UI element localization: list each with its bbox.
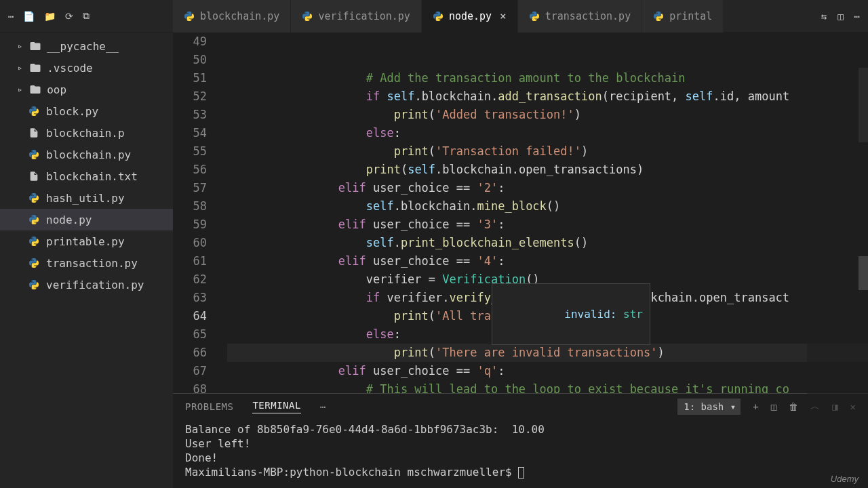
file-explorer[interactable]: ▹__pycache__▹.vscode▹oopblock.pyblockcha… <box>0 33 173 488</box>
line-number: 51 <box>173 69 207 87</box>
folder-label: oop <box>47 83 66 96</box>
python-icon <box>653 11 664 22</box>
line-number: 66 <box>173 344 207 362</box>
folder-.vscode[interactable]: ▹.vscode <box>0 57 173 79</box>
code-line[interactable]: self.blockchain.mine_block() <box>227 197 868 216</box>
kill-terminal-icon[interactable]: 🗑 <box>789 401 798 412</box>
editor-actions: ⇆ ◫ ⋯ <box>813 11 868 22</box>
tab-label: verification.py <box>318 10 410 22</box>
split-icon[interactable]: ◫ <box>837 11 843 22</box>
code-line[interactable]: elif user_choice == '2': <box>227 179 868 197</box>
folder-oop[interactable]: ▹oop <box>0 79 173 100</box>
tab-node-py[interactable]: node.py× <box>422 0 518 33</box>
chevron-right-icon: ▹ <box>18 63 22 73</box>
file-block-py[interactable]: block.py <box>0 100 173 122</box>
code-line[interactable]: print('There are invalid transactions') <box>227 344 868 362</box>
python-icon <box>28 236 41 247</box>
tab-label: node.py <box>449 10 492 22</box>
tab-terminal[interactable]: TERMINAL <box>252 400 300 413</box>
panel-tabs: PROBLEMS TERMINAL ⋯ 1: bash + ◫ 🗑 ︿ ◨ ✕ <box>173 394 868 420</box>
line-number: 67 <box>173 362 207 380</box>
more-actions-icon[interactable]: ⋯ <box>854 11 860 22</box>
file-label: printable.py <box>46 235 125 248</box>
folder-label: .vscode <box>47 62 92 75</box>
tab-verification-py[interactable]: verification.py <box>291 0 421 33</box>
python-icon <box>28 214 41 225</box>
line-number: 68 <box>173 380 207 393</box>
code-line[interactable]: if self.blockchain.add_transaction(recip… <box>227 87 868 106</box>
bottom-panel: PROBLEMS TERMINAL ⋯ 1: bash + ◫ 🗑 ︿ ◨ ✕ … <box>173 393 868 488</box>
file-verification-py[interactable]: verification.py <box>0 274 173 296</box>
code-line[interactable]: elif user_choice == 'q': <box>227 362 868 380</box>
close-icon[interactable]: × <box>500 9 507 22</box>
file-transaction-py[interactable]: transaction.py <box>0 252 173 274</box>
code-content[interactable]: # Add the transaction amount to the bloc… <box>220 33 868 393</box>
refresh-icon[interactable]: ⟳ <box>65 11 73 22</box>
code-line[interactable]: print('Transaction failed!') <box>227 142 868 161</box>
main-area: ▹__pycache__▹.vscode▹oopblock.pyblockcha… <box>0 33 868 488</box>
file-icon <box>28 127 41 138</box>
tab-label: blockchain.py <box>200 10 279 22</box>
line-number: 63 <box>173 289 207 307</box>
code-line[interactable]: else: <box>227 124 868 142</box>
scrollbar-thumb[interactable] <box>859 256 868 290</box>
file-label: blockchain.py <box>46 148 131 161</box>
line-number: 60 <box>173 234 207 252</box>
new-terminal-icon[interactable]: + <box>753 401 758 412</box>
code-line[interactable]: self.print_blockchain_elements() <box>227 234 868 252</box>
tab-problems[interactable]: PROBLEMS <box>185 401 233 412</box>
file-printable-py[interactable]: printable.py <box>0 230 173 252</box>
terminal-output[interactable]: Balance of 8b850fa9-76e0-44d4-8a6d-1bbf9… <box>173 420 868 488</box>
code-line[interactable]: # This will lead to the loop to exist be… <box>227 380 868 393</box>
line-number: 49 <box>173 33 207 51</box>
folder-label: __pycache__ <box>47 40 119 53</box>
tab-blockchain-py[interactable]: blockchain.py <box>173 0 291 33</box>
split-terminal-icon[interactable]: ◫ <box>771 401 776 412</box>
tab-label: transaction.py <box>545 10 631 22</box>
code-line[interactable]: # Add the transaction amount to the bloc… <box>227 69 868 87</box>
new-folder-icon[interactable]: 📁 <box>44 11 56 22</box>
tooltip-type: str <box>623 308 643 321</box>
terminal-selector[interactable]: 1: bash <box>677 399 741 415</box>
python-icon <box>433 11 443 22</box>
tab-transaction-py[interactable]: transaction.py <box>518 0 642 33</box>
code-line[interactable]: print('Added transaction!') <box>227 106 868 124</box>
line-number: 57 <box>173 179 207 197</box>
collapse-icon[interactable]: ⧉ <box>83 10 90 22</box>
file-blockchain-txt[interactable]: blockchain.txt <box>0 165 173 187</box>
tab-more-icon[interactable]: ⋯ <box>320 401 326 412</box>
line-number: 56 <box>173 161 207 179</box>
new-file-icon[interactable]: 📄 <box>23 11 35 22</box>
minimap-viewport[interactable] <box>859 68 868 142</box>
tab-printal[interactable]: printal <box>642 0 724 33</box>
watermark: Udemy <box>831 474 859 484</box>
folder-__pycache__[interactable]: ▹__pycache__ <box>0 35 173 57</box>
editor-tabs: blockchain.pyverification.pynode.py×tran… <box>173 0 813 33</box>
file-blockchain-py[interactable]: blockchain.py <box>0 144 173 165</box>
code-editor[interactable]: 4950515253545556575859606162636465666768… <box>173 33 868 393</box>
file-label: blockchain.txt <box>46 170 138 183</box>
python-icon <box>28 192 41 203</box>
folder-icon <box>29 40 41 52</box>
file-label: verification.py <box>46 279 144 291</box>
file-node-py[interactable]: node.py <box>0 209 173 230</box>
more-icon[interactable]: ⋯ <box>8 11 14 22</box>
file-label: transaction.py <box>46 257 138 270</box>
python-icon <box>28 258 41 268</box>
file-label: blockchain.p <box>46 127 125 140</box>
tab-label: printal <box>669 10 712 22</box>
python-icon <box>529 11 540 22</box>
folder-icon <box>29 83 41 96</box>
code-line[interactable]: print(self.blockchain.open_transactions) <box>227 161 868 179</box>
file-label: block.py <box>46 105 98 118</box>
file-hash_util-py[interactable]: hash_util.py <box>0 187 173 209</box>
compare-icon[interactable]: ⇆ <box>821 11 827 22</box>
code-line[interactable]: elif user_choice == '4': <box>227 252 868 270</box>
terminal-cursor <box>518 467 524 479</box>
code-line[interactable]: elif user_choice == '3': <box>227 216 868 234</box>
minimap[interactable] <box>807 33 868 393</box>
file-label: hash_util.py <box>46 192 125 205</box>
line-number: 61 <box>173 252 207 270</box>
file-blockchain-p[interactable]: blockchain.p <box>0 122 173 144</box>
line-number: 59 <box>173 216 207 234</box>
